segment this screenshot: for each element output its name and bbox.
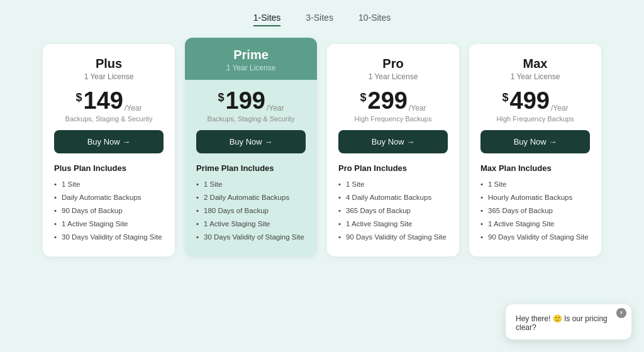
- prime-price-description: Backups, Staging & Security: [196, 115, 306, 123]
- list-item: 365 Days of Backup: [338, 206, 448, 216]
- plus-features-title: Plus Plan Includes: [54, 163, 164, 173]
- prime-price-section: $ 199 /Year Backups, Staging & Security: [196, 89, 306, 123]
- max-plan-name: Max: [480, 57, 590, 71]
- chat-widget: × Hey there! 🙂 Is our pricing clear?: [506, 304, 631, 339]
- plus-buy-button[interactable]: Buy Now →: [54, 130, 164, 153]
- plus-plan-license: 1 Year License: [54, 72, 164, 81]
- list-item: 2 Daily Automatic Backups: [196, 192, 306, 202]
- list-item: 1 Site: [196, 179, 306, 189]
- prime-buy-button[interactable]: Buy Now →: [196, 130, 306, 153]
- pro-price-period: /Year: [409, 104, 426, 113]
- prime-features-list: 1 Site 2 Daily Automatic Backups 180 Day…: [196, 179, 306, 242]
- pro-features-title: Pro Plan Includes: [338, 163, 448, 173]
- max-buy-button[interactable]: Buy Now →: [480, 130, 590, 153]
- tab-1-sites[interactable]: 1-Sites: [253, 13, 281, 26]
- chat-close-button[interactable]: ×: [616, 308, 626, 318]
- prime-plan-name: Prime: [196, 48, 306, 62]
- pricing-cards: Plus 1 Year License $ 149 /Year Backups,…: [38, 44, 606, 256]
- plus-price-amount: 149: [84, 89, 123, 113]
- max-features-list: 1 Site Hourly Automatic Backups 365 Days…: [480, 179, 590, 242]
- max-price-description: High Frequency Backups: [480, 115, 590, 123]
- list-item: 1 Site: [338, 179, 448, 189]
- list-item: 90 Days of Backup: [54, 206, 164, 216]
- tab-10-sites[interactable]: 10-Sites: [358, 13, 391, 26]
- plus-price-period: /Year: [125, 104, 142, 113]
- list-item: 1 Active Staging Site: [54, 219, 164, 229]
- card-max: Max 1 Year License $ 499 /Year High Freq…: [469, 44, 601, 256]
- max-price-dollar: $: [502, 91, 508, 104]
- pro-header: Pro 1 Year License: [338, 57, 448, 81]
- pro-plan-license: 1 Year License: [338, 72, 448, 81]
- pro-price-description: High Frequency Backups: [338, 115, 448, 123]
- list-item: 1 Active Staging Site: [338, 219, 448, 229]
- pro-buy-button[interactable]: Buy Now →: [338, 130, 448, 153]
- list-item: 30 Days Validity of Staging Site: [54, 232, 164, 242]
- plus-price-section: $ 149 /Year Backups, Staging & Security: [54, 89, 164, 123]
- pro-price-section: $ 299 /Year High Frequency Backups: [338, 89, 448, 123]
- list-item: 180 Days of Backup: [196, 206, 306, 216]
- list-item: 1 Active Staging Site: [480, 219, 590, 229]
- list-item: 1 Site: [480, 179, 590, 189]
- list-item: 365 Days of Backup: [480, 206, 590, 216]
- tabs-container: 1-Sites 3-Sites 10-Sites: [38, 13, 606, 26]
- list-item: 1 Active Staging Site: [196, 219, 306, 229]
- list-item: Daily Automatic Backups: [54, 192, 164, 202]
- pro-price-amount: 299: [368, 89, 408, 113]
- plus-price-description: Backups, Staging & Security: [54, 115, 164, 123]
- list-item: 1 Site: [54, 179, 164, 189]
- prime-features-title: Prime Plan Includes: [196, 163, 306, 173]
- list-item: Hourly Automatic Backups: [480, 192, 590, 202]
- max-header: Max 1 Year License: [480, 57, 590, 81]
- pro-plan-name: Pro: [338, 57, 448, 71]
- card-plus: Plus 1 Year License $ 149 /Year Backups,…: [43, 44, 175, 256]
- prime-plan-license: 1 Year License: [196, 63, 306, 72]
- list-item: 4 Daily Automatic Backups: [338, 192, 448, 202]
- list-item: 30 Days Validity of Staging Site: [196, 232, 306, 242]
- plus-header: Plus 1 Year License: [54, 57, 164, 81]
- max-features-title: Max Plan Includes: [480, 163, 590, 173]
- card-pro: Pro 1 Year License $ 299 /Year High Freq…: [327, 44, 459, 256]
- tab-3-sites[interactable]: 3-Sites: [306, 13, 333, 26]
- card-prime: Prime 1 Year License $ 199 /Year Backups…: [185, 38, 317, 256]
- max-plan-license: 1 Year License: [480, 72, 590, 81]
- pro-features-list: 1 Site 4 Daily Automatic Backups 365 Day…: [338, 179, 448, 242]
- prime-price-dollar: $: [218, 91, 224, 104]
- prime-header: Prime 1 Year License: [185, 38, 317, 80]
- max-price-period: /Year: [551, 104, 569, 113]
- list-item: 90 Days Validity of Staging Site: [338, 232, 448, 242]
- prime-price-period: /Year: [267, 104, 284, 113]
- pro-price-dollar: $: [360, 91, 366, 104]
- plus-price-dollar: $: [75, 91, 82, 104]
- plus-plan-name: Plus: [54, 57, 164, 71]
- max-price-section: $ 499 /Year High Frequency Backups: [480, 89, 590, 123]
- max-price-amount: 499: [510, 89, 550, 113]
- page-wrapper: 1-Sites 3-Sites 10-Sites Plus 1 Year Lic…: [0, 0, 644, 352]
- plus-features-list: 1 Site Daily Automatic Backups 90 Days o…: [54, 179, 164, 242]
- prime-price-amount: 199: [226, 89, 265, 113]
- chat-message: Hey there! 🙂 Is our pricing clear?: [516, 312, 621, 332]
- list-item: 90 Days Validity of Staging Site: [480, 232, 590, 242]
